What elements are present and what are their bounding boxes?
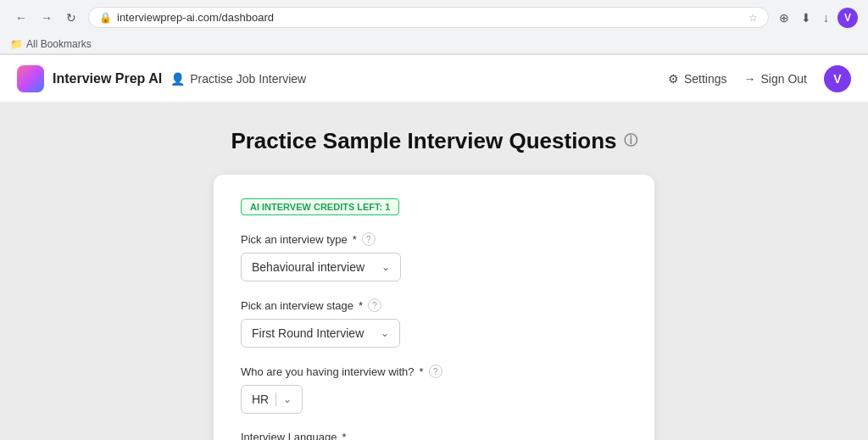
app-logo-icon — [17, 65, 44, 92]
language-group: Interview Language * US English ⌄ — [241, 431, 627, 440]
address-bar[interactable]: 🔒 interviewprep-ai.com/dashboard ☆ — [88, 7, 769, 28]
person-icon: 👤 — [170, 72, 185, 86]
interview-stage-select[interactable]: First Round Interview ⌄ — [241, 319, 400, 348]
required-marker-4: * — [342, 431, 346, 440]
chevron-down-icon: ⌄ — [381, 261, 390, 273]
interview-type-value: Behavioural interview — [252, 260, 364, 274]
back-button[interactable]: ← — [10, 8, 32, 28]
interview-type-select[interactable]: Behavioural interview ⌄ — [241, 253, 401, 281]
interview-stage-help-icon[interactable]: ? — [368, 298, 381, 312]
chevron-down-icon-3: ⌄ — [283, 393, 292, 405]
url-text: interviewprep-ai.com/dashboard — [117, 11, 743, 24]
interview-stage-label: Pick an interview stage * ? — [241, 298, 627, 312]
interview-type-help-icon[interactable]: ? — [362, 232, 376, 246]
interview-type-group: Pick an interview type * ? Behavioural i… — [241, 232, 627, 281]
app: Interview Prep AI 👤 Practise Job Intervi… — [0, 55, 868, 440]
bookmarks-label: All Bookmarks — [26, 38, 92, 50]
required-marker-2: * — [359, 299, 363, 312]
credits-badge: AI INTERVEW CREDITS LEFT: 1 — [241, 198, 627, 232]
forward-button[interactable]: → — [36, 8, 58, 28]
main-content: Practice Sample Interview Questions ⓘ AI… — [0, 103, 868, 440]
user-avatar[interactable]: V — [824, 65, 851, 92]
page-title: Practice Sample Interview Questions ⓘ — [231, 128, 637, 154]
bookmark-icon[interactable]: ⬇ — [798, 8, 815, 28]
settings-label: Settings — [684, 72, 727, 86]
interviewer-label: Who are you having interview with? * ? — [241, 365, 627, 378]
interview-type-label: Pick an interview type * ? — [241, 232, 627, 246]
practise-nav-link[interactable]: 👤 Practise Job Interview — [170, 72, 306, 86]
star-icon: ☆ — [748, 12, 758, 24]
required-marker-3: * — [420, 365, 424, 378]
form-card: AI INTERVEW CREDITS LEFT: 1 Pick an inte… — [214, 175, 654, 440]
app-title: Interview Prep AI — [53, 71, 162, 86]
browser-toolbar-icons: ⊕ ⬇ ↓ V — [776, 8, 858, 28]
chevron-down-icon-2: ⌄ — [381, 327, 389, 339]
download-icon[interactable]: ↓ — [820, 8, 832, 28]
divider — [275, 393, 276, 406]
extensions-icon[interactable]: ⊕ — [776, 8, 793, 28]
interview-stage-value: First Round Interview — [252, 326, 364, 340]
nav-label: Practise Job Interview — [190, 72, 306, 86]
profile-avatar[interactable]: V — [837, 8, 858, 28]
interviewer-value: HR — [252, 393, 269, 406]
signout-icon: → — [744, 72, 756, 86]
bookmarks-bar: 📁 All Bookmarks — [0, 35, 868, 54]
browser-chrome: ← → ↻ 🔒 interviewprep-ai.com/dashboard ☆… — [0, 0, 868, 55]
interviewer-help-icon[interactable]: ? — [429, 365, 442, 378]
language-label: Interview Language * — [241, 431, 627, 440]
lock-icon: 🔒 — [99, 12, 112, 24]
refresh-button[interactable]: ↻ — [61, 8, 81, 28]
app-header: Interview Prep AI 👤 Practise Job Intervi… — [0, 55, 868, 103]
header-right: ⚙ Settings → Sign Out V — [668, 65, 851, 92]
bookmark-folder-icon: 📁 — [10, 38, 23, 50]
app-logo-area: Interview Prep AI 👤 Practise Job Intervi… — [17, 65, 668, 92]
interviewer-select[interactable]: HR ⌄ — [241, 385, 303, 414]
interviewer-group: Who are you having interview with? * ? H… — [241, 365, 627, 414]
help-circle-icon[interactable]: ⓘ — [624, 132, 637, 150]
settings-button[interactable]: ⚙ Settings — [668, 72, 727, 86]
interview-stage-group: Pick an interview stage * ? First Round … — [241, 298, 627, 348]
browser-nav-buttons: ← → ↻ — [10, 8, 81, 28]
settings-icon: ⚙ — [668, 72, 679, 86]
required-marker: * — [353, 233, 357, 246]
sign-out-button[interactable]: → Sign Out — [744, 72, 807, 86]
signout-label: Sign Out — [761, 72, 807, 86]
